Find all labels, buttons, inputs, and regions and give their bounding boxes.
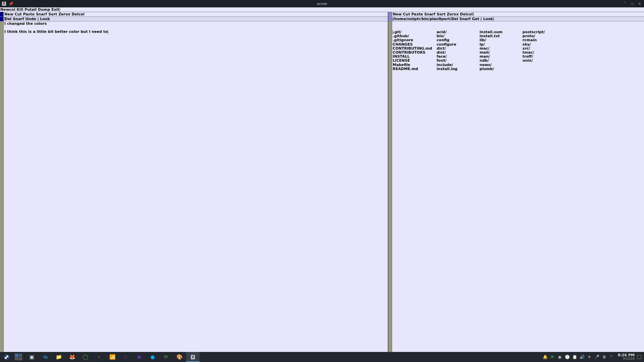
dir-entry[interactable]: news/ <box>480 63 523 67</box>
system-tray: 🔔 ⟳ ◉ 🕐 📋 🔊 ☀ 🎤 🖥 ⌃ 8:26 PM 9/12/24 <box>543 352 644 362</box>
clock-date: 9/12/24 <box>618 357 635 361</box>
titlebar-left: 📌 <box>2 2 13 6</box>
mic-icon[interactable]: 🎤 <box>594 355 599 359</box>
cursor <box>473 12 474 16</box>
dir-entry[interactable]: CHANGES <box>393 43 437 47</box>
dir-columns: .git/.github/.gitignoreCHANGESCONTRIBUTI… <box>393 30 643 71</box>
scrollbar[interactable] <box>0 21 4 352</box>
dir-entry[interactable]: install.txt <box>480 34 523 38</box>
terminal-icon: ▣ <box>29 354 35 360</box>
dir-entry[interactable]: config <box>437 38 480 42</box>
taskbar-app-blue[interactable]: ● <box>146 352 159 362</box>
text-line[interactable]: I changed the colors <box>4 21 47 26</box>
minimize-icon[interactable]: ˅ <box>623 1 627 6</box>
column-scrollbox[interactable] <box>0 12 4 16</box>
chevron-up-icon[interactable]: ⌃ <box>609 355 614 359</box>
taskbar-app-emacs[interactable]: ℰ <box>119 352 132 362</box>
window-tag-cmds[interactable]: Del Snarf Get | Look <box>451 17 493 21</box>
taskbar-app-shell[interactable]: › <box>92 352 106 362</box>
chevron-icon: › <box>96 354 102 360</box>
window-body-right[interactable]: .git/.github/.gitignoreCHANGESCONTRIBUTI… <box>388 21 644 352</box>
dir-entry[interactable]: unix/ <box>523 59 643 63</box>
taskbar-app-sync[interactable]: ⟳ <box>159 352 173 362</box>
taskbar-app-acme[interactable]: X <box>186 352 200 362</box>
dir-entry[interactable]: LICENSE <box>393 59 437 63</box>
dir-entry[interactable]: sky/ <box>523 43 643 47</box>
cursor <box>108 30 108 34</box>
dir-entry[interactable]: Makefile <box>393 63 437 67</box>
dir-entry[interactable]: configure <box>437 43 480 47</box>
network-icon[interactable]: 🖥 <box>602 355 606 359</box>
dir-entry[interactable]: include/ <box>437 63 480 67</box>
dir-entry[interactable]: rcmain <box>523 38 643 42</box>
column-tag-right[interactable]: New Cut Paste Snarf Sort Zerox Delcol <box>388 12 644 17</box>
taskbar-app-terminal[interactable]: ▣ <box>25 352 39 362</box>
dir-entry[interactable]: ndb/ <box>480 59 523 63</box>
clock[interactable]: 8:26 PM 9/12/24 <box>618 353 635 361</box>
window-tag-path[interactable]: /home/notptr/bin/plan9port/ <box>393 17 451 21</box>
dir-entry[interactable]: README.md <box>393 67 437 71</box>
taskbar: ▣ 🛍 📁 🦊 ◯ › 📶 ℰ ◉ ● ⟳ 🎨 X 🔔 ⟳ ◉ 🕐 📋 🔊 ☀ … <box>0 352 644 362</box>
dir-entry[interactable]: lp/ <box>480 43 523 47</box>
dir-entry[interactable]: install.log <box>437 67 480 71</box>
sync-tray-icon[interactable]: ⟳ <box>550 355 555 359</box>
notification-icon[interactable]: 🔔 <box>543 355 547 359</box>
x-icon: X <box>190 354 196 360</box>
dir-entry[interactable]: tmac/ <box>523 51 643 55</box>
window-tag-left[interactable]: Del Snarf Undo | Look <box>0 17 388 21</box>
taskbar-app-purple[interactable]: ◉ <box>132 352 146 362</box>
dir-col-4: postscript/proto/rcmainsky/src/tmac/trof… <box>523 30 643 71</box>
taskbar-left: ▣ 🛍 📁 🦊 ◯ › 📶 ℰ ◉ ● ⟳ 🎨 X <box>0 352 200 362</box>
maximize-icon[interactable]: ◇ <box>630 1 635 6</box>
dir-entry[interactable]: postscript/ <box>523 30 643 34</box>
dir-col-3: install.suminstall.txtlib/lp/mac/mail/ma… <box>480 30 523 71</box>
volume-icon[interactable]: 🔊 <box>580 355 584 359</box>
scrollbar[interactable] <box>388 21 392 352</box>
pin-icon[interactable]: 📌 <box>9 2 13 6</box>
dir-entry[interactable]: troff/ <box>523 55 643 59</box>
text-line[interactable]: I think this is a little bit better colo… <box>4 29 107 34</box>
dir-entry[interactable]: plumb/ <box>480 67 523 71</box>
show-desktop[interactable] <box>637 355 641 359</box>
firefox-icon: 🦊 <box>69 354 75 360</box>
taskbar-app-software[interactable]: 🛍 <box>39 352 52 362</box>
column-tag-text[interactable]: New Cut Paste Snarf Sort Zerox Delcol <box>4 12 85 16</box>
steam-icon[interactable]: ◉ <box>557 355 562 359</box>
clock-icon[interactable]: 🕐 <box>565 355 570 359</box>
taskbar-app-image[interactable]: 🎨 <box>173 352 186 362</box>
app-icon <box>2 2 6 6</box>
drawing-icon: 🎨 <box>176 354 183 360</box>
dir-entry[interactable]: lib/ <box>480 38 523 42</box>
window-body-left[interactable]: I changed the colors I think this is a l… <box>0 21 388 352</box>
window-tag-text[interactable]: Del Snarf Undo | Look <box>5 17 50 21</box>
column-tag-left[interactable]: New Cut Paste Snarf Sort Zerox Delcol <box>0 12 388 17</box>
dir-entry[interactable]: font/ <box>437 59 480 63</box>
dir-entry[interactable]: .gitignore <box>393 38 437 42</box>
folder-icon: 📁 <box>55 354 62 360</box>
window-scrollbox[interactable] <box>0 17 4 21</box>
window-title: acme <box>317 2 327 6</box>
workspace-switcher[interactable] <box>13 352 23 362</box>
row-tag-text[interactable]: Newcol Kill Putall Dump Exit <box>0 7 59 12</box>
taskbar-app-firefox[interactable]: 🦊 <box>65 352 79 362</box>
start-button[interactable] <box>0 352 13 362</box>
window-tag-right[interactable]: /home/notptr/bin/plan9port/ Del Snarf Ge… <box>388 17 644 21</box>
taskbar-app-files[interactable]: 📁 <box>52 352 65 362</box>
separator <box>24 353 24 361</box>
rss-icon: 📶 <box>109 354 116 360</box>
globe-icon: ● <box>149 354 156 360</box>
taskbar-app-green[interactable]: ◯ <box>79 352 92 362</box>
text-content[interactable]: I changed the colors I think this is a l… <box>4 21 388 352</box>
dir-entry[interactable]: src/ <box>523 47 643 51</box>
dir-entry[interactable]: proto/ <box>523 34 643 38</box>
brightness-icon[interactable]: ☀ <box>587 355 592 359</box>
acme-row-tag[interactable]: Newcol Kill Putall Dump Exit <box>0 7 644 12</box>
taskbar-app-rss[interactable]: 📶 <box>106 352 119 362</box>
clipboard-icon[interactable]: 📋 <box>572 355 577 359</box>
column-scrollbox[interactable] <box>388 12 392 16</box>
directory-listing[interactable]: .git/.github/.gitignoreCHANGESCONTRIBUTI… <box>392 21 644 352</box>
close-icon[interactable]: ✕ <box>637 1 642 6</box>
window-titlebar: 📌 acme ˅ ◇ ✕ <box>0 0 644 7</box>
column-tag-text[interactable]: New Cut Paste Snarf Sort Zerox Delcol <box>393 12 473 16</box>
window-scrollbox[interactable] <box>388 17 392 21</box>
